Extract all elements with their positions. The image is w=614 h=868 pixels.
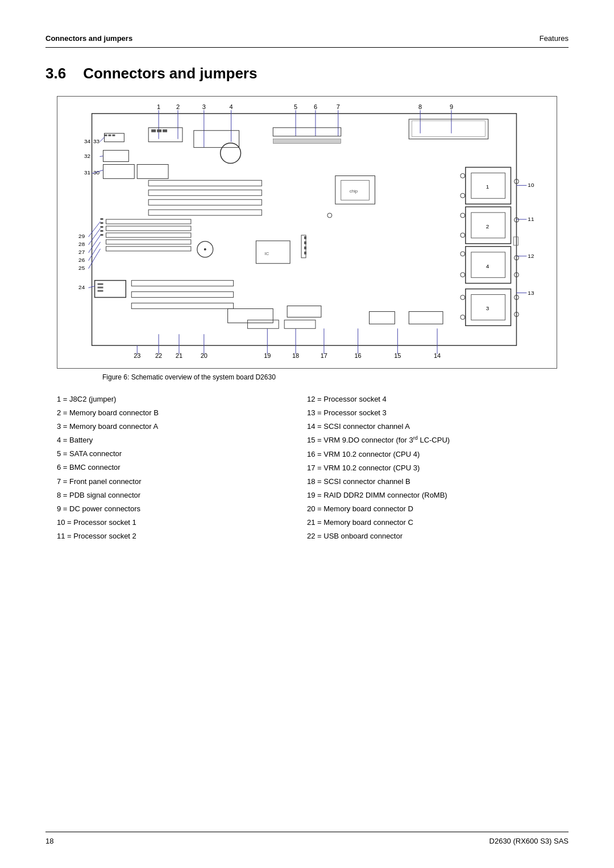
- legend-item-18: 18 = SCSI connector channel B: [307, 475, 557, 489]
- svg-point-91: [460, 295, 465, 300]
- svg-line-147: [89, 235, 101, 253]
- legend-item-16: 16 = VRM 10.2 connector (CPU 4): [307, 448, 557, 461]
- svg-rect-102: [106, 233, 190, 237]
- legend-item-21: 21 = Memory board connector C: [307, 516, 557, 529]
- svg-rect-135: [148, 210, 262, 215]
- svg-text:34: 34: [84, 138, 91, 144]
- legend-item-7: 7 = Front panel connector: [57, 475, 307, 489]
- svg-rect-0: [92, 114, 517, 345]
- svg-rect-112: [304, 247, 306, 249]
- system-board-diagram: 1 2 3 4 5 6 7 8 9 34 33 32 31 30: [57, 96, 557, 369]
- svg-point-71: [460, 173, 465, 178]
- svg-text:11: 11: [528, 216, 534, 222]
- svg-line-146: [89, 228, 101, 245]
- svg-point-85: [460, 273, 465, 277]
- svg-rect-120: [131, 303, 233, 308]
- legend-item-3: 3 = Memory board connector A: [57, 420, 307, 433]
- svg-rect-119: [131, 292, 233, 298]
- svg-rect-141: [284, 320, 316, 328]
- svg-text:3: 3: [202, 103, 206, 110]
- svg-rect-132: [148, 180, 262, 186]
- svg-rect-129: [104, 135, 107, 136]
- legend-item-9: 9 = DC power connectors: [57, 502, 307, 516]
- svg-rect-61: [163, 130, 167, 132]
- svg-point-92: [460, 315, 465, 319]
- svg-rect-110: [304, 236, 306, 239]
- svg-text:27: 27: [78, 249, 85, 255]
- svg-point-84: [460, 252, 465, 256]
- svg-rect-130: [108, 135, 111, 136]
- legend-item-11: 11 = Processor socket 2: [57, 529, 307, 543]
- svg-rect-80: [513, 237, 518, 245]
- legend-item-6: 6 = BMC connector: [57, 461, 307, 474]
- svg-rect-123: [370, 311, 395, 324]
- svg-text:24: 24: [78, 284, 85, 290]
- diagram-caption: Figure 6: Schematic overview of the syst…: [45, 373, 569, 381]
- svg-text:33: 33: [93, 138, 100, 144]
- svg-text:4: 4: [230, 103, 233, 110]
- svg-rect-118: [131, 281, 233, 286]
- svg-text:6: 6: [314, 103, 317, 110]
- svg-rect-99: [101, 234, 103, 236]
- svg-text:31: 31: [84, 169, 91, 176]
- svg-text:chip: chip: [350, 189, 358, 194]
- svg-rect-121: [228, 308, 273, 323]
- section-heading: 3.6Connectors and jumpers: [45, 65, 569, 82]
- svg-rect-131: [112, 135, 115, 136]
- svg-point-78: [460, 233, 465, 237]
- legend-item-14: 14 = SCSI connector channel A: [307, 420, 557, 433]
- svg-line-143: [100, 156, 103, 157]
- svg-text:1: 1: [486, 183, 489, 190]
- legend-item-8: 8 = PDB signal connector: [57, 489, 307, 502]
- legend-item-12: 12 = Processor socket 4: [307, 393, 557, 406]
- svg-rect-117: [98, 290, 103, 292]
- svg-rect-96: [101, 222, 103, 224]
- svg-text:3: 3: [486, 305, 489, 311]
- page-footer: 18 D2630 (RX600 S3) SAS: [45, 832, 569, 845]
- svg-text:2: 2: [486, 223, 489, 229]
- svg-text:32: 32: [84, 153, 91, 159]
- svg-rect-122: [287, 306, 321, 317]
- svg-point-106: [204, 248, 206, 251]
- legend-item-4: 4 = Battery: [57, 433, 307, 447]
- legend-item-22: 22 = USB onboard connector: [307, 529, 557, 543]
- svg-rect-133: [148, 190, 262, 195]
- svg-rect-101: [106, 226, 190, 231]
- svg-rect-104: [106, 247, 190, 251]
- svg-text:2: 2: [176, 103, 180, 110]
- page: Connectors and jumpers Features 3.6Conne…: [0, 0, 614, 868]
- legend-item-5: 5 = SATA connector: [57, 447, 307, 461]
- svg-rect-134: [148, 199, 262, 205]
- svg-rect-64: [273, 128, 341, 136]
- svg-rect-60: [157, 130, 161, 132]
- legend-item-13: 13 = Processor socket 3: [307, 406, 557, 420]
- svg-rect-126: [137, 165, 168, 179]
- svg-point-63: [221, 143, 241, 164]
- svg-rect-95: [101, 218, 103, 220]
- header-section-title: Connectors and jumpers: [45, 34, 132, 43]
- svg-rect-97: [101, 226, 103, 228]
- svg-text:9: 9: [450, 103, 453, 110]
- svg-rect-67: [412, 121, 485, 137]
- svg-rect-125: [103, 165, 135, 179]
- svg-rect-116: [98, 287, 103, 289]
- svg-rect-65: [273, 139, 341, 144]
- svg-text:10: 10: [528, 182, 534, 188]
- svg-text:28: 28: [78, 241, 85, 247]
- svg-rect-62: [194, 131, 239, 148]
- footer-product-name: D2630 (RX600 S3) SAS: [489, 837, 569, 845]
- legend-item-1: 1 = J8C2 (jumper): [57, 393, 307, 406]
- svg-text:25: 25: [78, 265, 85, 271]
- legend-column-left: 1 = J8C2 (jumper) 2 = Memory board conne…: [57, 393, 307, 543]
- svg-text:13: 13: [528, 290, 534, 296]
- svg-rect-98: [101, 230, 103, 232]
- page-header: Connectors and jumpers Features: [45, 34, 569, 48]
- svg-rect-100: [106, 219, 190, 224]
- svg-point-139: [327, 213, 332, 218]
- svg-text:5: 5: [294, 103, 297, 110]
- svg-rect-114: [95, 281, 126, 298]
- svg-rect-127: [103, 151, 129, 162]
- svg-rect-111: [304, 241, 306, 244]
- legend-item-19: 19 = RAID DDR2 DIMM connector (RoMB): [307, 489, 557, 502]
- legend-item-15: 15 = VRM 9.DO connector (for 3rd LC-CPU): [307, 433, 557, 447]
